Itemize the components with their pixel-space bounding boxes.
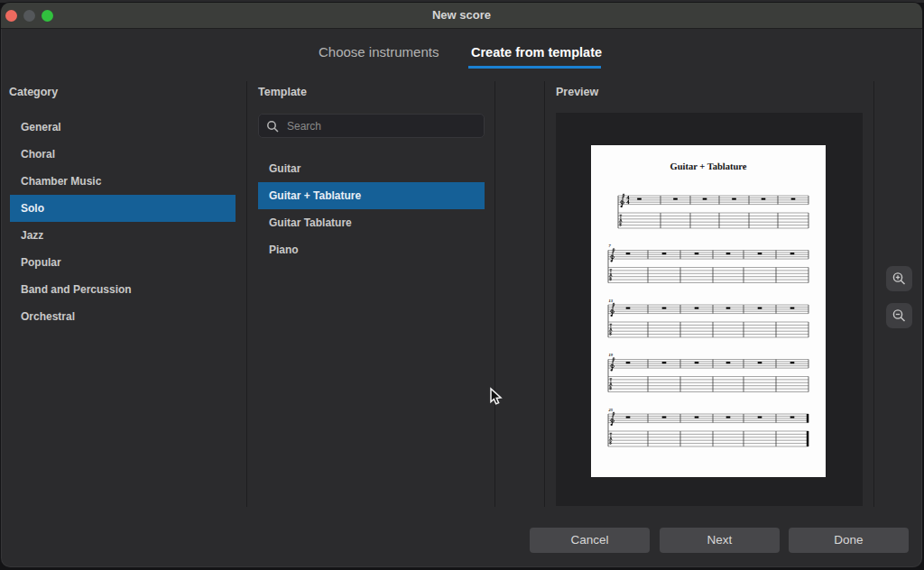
svg-text:Guitar + Tablature: Guitar + Tablature <box>670 162 747 172</box>
svg-text:7: 7 <box>609 244 612 248</box>
svg-text:25: 25 <box>608 408 614 412</box>
svg-text:19: 19 <box>609 353 614 357</box>
svg-text:13: 13 <box>609 299 614 303</box>
